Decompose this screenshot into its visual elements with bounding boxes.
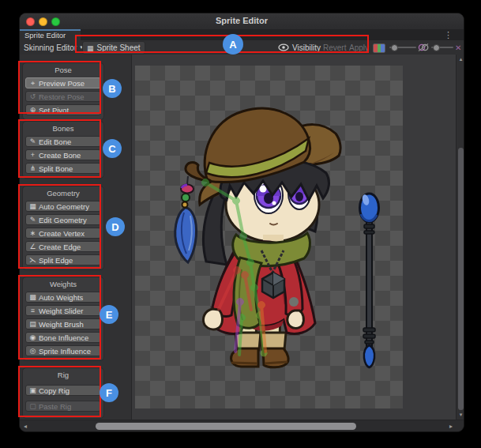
auto-weights-button[interactable]: ▩ Auto Weights bbox=[25, 292, 101, 303]
set-pivot-button[interactable]: ⊕ Set Pivot bbox=[25, 104, 101, 115]
paste-rig-icon: ▢ bbox=[29, 402, 36, 410]
preview-pose-button[interactable]: ⌖ Preview Pose bbox=[25, 77, 101, 88]
tab-label: Sprite Editor bbox=[24, 31, 66, 40]
alpha-slider-knob[interactable] bbox=[433, 44, 440, 51]
vertical-scrollbar[interactable]: ▴ ▾ bbox=[456, 55, 464, 420]
scroll-up-icon[interactable]: ▴ bbox=[457, 56, 464, 62]
panel-weights: Weights ▩ Auto Weights ≡ Weight Slider ▤… bbox=[22, 277, 104, 361]
scroll-left-icon[interactable]: ◂ bbox=[24, 423, 27, 430]
weight-brush-icon: ▤ bbox=[29, 320, 36, 328]
horizontal-scrollbar[interactable]: ◂ ▸ bbox=[20, 420, 464, 432]
mode-label: Skinning Editor bbox=[24, 43, 77, 52]
create-vertex-button[interactable]: ∗ Create Vertex bbox=[25, 228, 101, 239]
bone-influence-icon: ◉ bbox=[29, 333, 36, 341]
filter-icon[interactable]: ✕ bbox=[455, 40, 461, 55]
create-edge-icon: ∠ bbox=[29, 243, 36, 250]
zoom-slider[interactable] bbox=[389, 47, 416, 48]
panel-bones: Bones ✎ Edit Bone + Create Bone ⋔ Split … bbox=[22, 121, 104, 179]
create-bone-button[interactable]: + Create Bone bbox=[25, 149, 101, 160]
sprite-sheet-icon: ▦ bbox=[87, 44, 94, 52]
scroll-right-icon[interactable]: ▸ bbox=[449, 423, 453, 430]
panel-pose: Pose ⌖ Preview Pose ↺ Restore Pose ⊕ Set… bbox=[22, 62, 104, 120]
split-edge-button[interactable]: ⋋ Split Edge bbox=[25, 254, 101, 265]
apply-button[interactable]: Apply bbox=[345, 40, 373, 55]
create-vertex-icon: ∗ bbox=[29, 229, 36, 237]
auto-geometry-button[interactable]: ▦ Auto Geometry bbox=[25, 201, 101, 212]
vertical-scroll-thumb[interactable] bbox=[458, 148, 464, 410]
split-bone-button[interactable]: ⋔ Split Bone bbox=[25, 163, 101, 174]
eye-icon bbox=[278, 43, 289, 51]
screenshot-root: Sprite Editor Sprite Editor ⋮ Skinning E… bbox=[0, 0, 481, 448]
copy-rig-icon: ▣ bbox=[29, 386, 36, 394]
auto-geometry-icon: ▦ bbox=[29, 202, 36, 210]
split-edge-icon: ⋋ bbox=[29, 256, 36, 264]
split-bone-icon: ⋔ bbox=[29, 164, 36, 172]
panel-weights-title: Weights bbox=[25, 280, 101, 288]
alpha-slider[interactable] bbox=[431, 47, 453, 48]
weight-slider-button[interactable]: ≡ Weight Slider bbox=[25, 305, 101, 316]
tab-bar: Sprite Editor ⋮ bbox=[20, 29, 464, 40]
weight-slider-icon: ≡ bbox=[29, 307, 36, 314]
paste-rig-button[interactable]: ▢ Paste Rig bbox=[25, 401, 101, 412]
character-sprite bbox=[132, 55, 456, 420]
horizontal-scroll-thumb[interactable] bbox=[96, 423, 356, 430]
overflow-menu-icon[interactable]: ⋮ bbox=[444, 29, 453, 40]
zoom-slider-knob[interactable] bbox=[391, 44, 398, 51]
scroll-down-icon[interactable]: ▾ bbox=[457, 412, 464, 418]
editor-content: Pose ⌖ Preview Pose ↺ Restore Pose ⊕ Set… bbox=[20, 55, 464, 420]
rgb-alpha-toggle-icon[interactable] bbox=[373, 43, 385, 53]
sprite-editor-window: Sprite Editor Sprite Editor ⋮ Skinning E… bbox=[19, 13, 464, 432]
panel-geometry: Geometry ▦ Auto Geometry ✎ Edit Geometry… bbox=[22, 186, 104, 270]
restore-pose-icon: ↺ bbox=[29, 92, 36, 100]
window-title: Sprite Editor bbox=[20, 16, 464, 25]
panel-geometry-title: Geometry bbox=[25, 189, 101, 198]
panel-rig-title: Rig bbox=[25, 371, 101, 379]
sprite-influence-button[interactable]: ◎ Sprite Influence bbox=[25, 345, 101, 356]
skinning-editor-dropdown[interactable]: Skinning Editor ▾ bbox=[22, 40, 85, 55]
titlebar[interactable]: Sprite Editor bbox=[20, 13, 464, 30]
edit-bone-button[interactable]: ✎ Edit Bone bbox=[25, 136, 101, 147]
weight-brush-button[interactable]: ▤ Weight Brush bbox=[25, 318, 101, 329]
copy-rig-button[interactable]: ▣ Copy Rig bbox=[25, 385, 101, 396]
tab-sprite-editor[interactable]: Sprite Editor bbox=[20, 29, 81, 40]
edit-geometry-button[interactable]: ✎ Edit Geometry bbox=[25, 214, 101, 225]
tool-sidebar: Pose ⌖ Preview Pose ↺ Restore Pose ⊕ Set… bbox=[20, 55, 132, 420]
restore-pose-button[interactable]: ↺ Restore Pose bbox=[25, 91, 101, 102]
sprite-canvas[interactable] bbox=[132, 55, 456, 420]
sprite-sheet-button[interactable]: ▦ Sprite Sheet bbox=[82, 41, 145, 55]
create-edge-button[interactable]: ∠ Create Edge bbox=[25, 241, 101, 252]
edit-geometry-icon: ✎ bbox=[29, 216, 36, 224]
panel-pose-title: Pose bbox=[25, 66, 101, 74]
edit-bone-icon: ✎ bbox=[29, 137, 36, 145]
toolbar: Skinning Editor ▾ ▦ Sprite Sheet Visibil… bbox=[20, 40, 464, 55]
visibility-button[interactable]: Visibility bbox=[274, 40, 325, 55]
bone-influence-button[interactable]: ◉ Bone Influence bbox=[25, 332, 101, 343]
preview-pose-icon: ⌖ bbox=[29, 79, 36, 88]
panel-bones-title: Bones bbox=[25, 124, 101, 133]
create-bone-icon: + bbox=[29, 151, 36, 159]
visibility-label: Visibility bbox=[292, 43, 321, 52]
sprite-influence-icon: ◎ bbox=[29, 347, 36, 355]
set-pivot-icon: ⊕ bbox=[29, 106, 36, 114]
panel-rig: Rig ▣ Copy Rig ▢ Paste Rig bbox=[22, 367, 104, 419]
sprite-sheet-label: Sprite Sheet bbox=[97, 43, 141, 52]
auto-weights-icon: ▩ bbox=[29, 293, 36, 301]
